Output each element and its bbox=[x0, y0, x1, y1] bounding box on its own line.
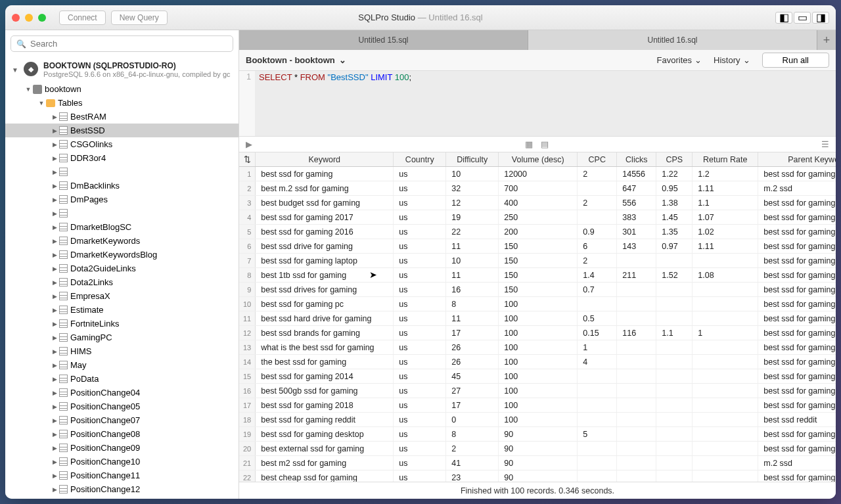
cell[interactable]: 556 bbox=[617, 196, 656, 210]
cell[interactable]: 10 bbox=[446, 167, 499, 181]
cell[interactable]: 1.38 bbox=[656, 196, 693, 210]
cell[interactable]: us bbox=[394, 384, 446, 398]
cell[interactable] bbox=[578, 369, 617, 384]
cell[interactable]: the best ssd for gaming bbox=[256, 355, 394, 369]
cell[interactable] bbox=[693, 283, 758, 297]
disclosure-icon[interactable]: ▶ bbox=[50, 431, 59, 438]
cell[interactable]: best ssd hard drive for gaming bbox=[256, 311, 394, 326]
column-header[interactable]: CPC bbox=[578, 152, 617, 167]
cell[interactable]: best ssd for gaming bbox=[758, 311, 836, 326]
cell[interactable] bbox=[656, 456, 693, 470]
cell[interactable]: 100 bbox=[499, 297, 578, 311]
cell[interactable] bbox=[693, 369, 758, 384]
cell[interactable]: us bbox=[394, 326, 446, 340]
tree-item[interactable]: ▶PositionChange14 bbox=[5, 496, 239, 499]
cell[interactable]: 10 bbox=[446, 254, 499, 268]
cell[interactable]: 1 bbox=[693, 326, 758, 340]
cell[interactable]: 2 bbox=[578, 167, 617, 181]
cell[interactable]: 1.22 bbox=[656, 167, 693, 181]
minimize-icon[interactable] bbox=[25, 14, 33, 22]
disclosure-icon[interactable]: ▶ bbox=[50, 362, 59, 369]
cell[interactable] bbox=[656, 340, 693, 355]
cell[interactable]: 150 bbox=[499, 268, 578, 283]
cell[interactable] bbox=[693, 384, 758, 398]
cell[interactable]: best m.2 ssd for gaming bbox=[256, 181, 394, 196]
disclosure-icon[interactable]: ▶ bbox=[50, 224, 59, 231]
cell[interactable]: us bbox=[394, 369, 446, 384]
zoom-icon[interactable] bbox=[38, 14, 46, 22]
tree-item[interactable]: ▶PoData bbox=[5, 372, 239, 386]
cell[interactable]: m.2 ssd bbox=[758, 456, 836, 470]
cell[interactable]: 400 bbox=[499, 196, 578, 210]
cell[interactable]: best ssd for gaming 2 bbox=[758, 369, 836, 384]
cell[interactable]: 0.95 bbox=[656, 181, 693, 196]
cell[interactable] bbox=[617, 297, 656, 311]
cell[interactable]: 26 bbox=[446, 355, 499, 369]
new-query-button[interactable]: New Query bbox=[111, 11, 168, 25]
column-header[interactable]: Country bbox=[394, 152, 446, 167]
panel-right-icon[interactable]: ◨ bbox=[812, 12, 829, 24]
cell[interactable]: best m2 ssd for gaming bbox=[256, 456, 394, 470]
disclosure-icon[interactable]: ▶ bbox=[50, 334, 59, 341]
cell[interactable]: 8 bbox=[446, 427, 499, 442]
cell[interactable]: 100 bbox=[499, 340, 578, 355]
cell[interactable]: best ssd for gaming bbox=[758, 239, 836, 254]
connect-button[interactable]: Connect bbox=[59, 11, 106, 25]
grid-view-icon[interactable]: ▦ bbox=[525, 139, 533, 149]
tree-item[interactable]: ▶DmarketBlogSC bbox=[5, 220, 239, 234]
disclosure-icon[interactable]: ▶ bbox=[50, 265, 59, 272]
cell[interactable] bbox=[617, 442, 656, 456]
table-row[interactable]: 7best ssd for gaming laptopus101502best … bbox=[239, 254, 836, 268]
table-row[interactable]: 14the best ssd for gamingus261004best ss… bbox=[239, 355, 836, 369]
cell[interactable] bbox=[617, 398, 656, 413]
disclosure-icon[interactable]: ▶ bbox=[50, 307, 59, 313]
cell[interactable]: best 1tb ssd for gaming bbox=[256, 268, 394, 283]
cell[interactable] bbox=[578, 456, 617, 470]
cell[interactable]: 200 bbox=[499, 225, 578, 239]
cell[interactable] bbox=[693, 311, 758, 326]
cell[interactable] bbox=[617, 369, 656, 384]
cell[interactable]: best external ssd for gaming bbox=[256, 442, 394, 456]
tree-item[interactable]: ▶PositionChange07 bbox=[5, 413, 239, 427]
cell[interactable] bbox=[617, 355, 656, 369]
cell[interactable] bbox=[693, 427, 758, 442]
cell[interactable]: 32 bbox=[446, 181, 499, 196]
tree-item[interactable]: ▶PositionChange04 bbox=[5, 386, 239, 400]
cell[interactable]: best ssd for gaming bbox=[758, 427, 836, 442]
cell[interactable] bbox=[693, 297, 758, 311]
column-header[interactable]: Difficulty bbox=[446, 152, 499, 167]
cell[interactable]: 700 bbox=[499, 181, 578, 196]
cell[interactable]: 2 bbox=[446, 442, 499, 456]
cell[interactable]: 0.5 bbox=[578, 311, 617, 326]
cell[interactable]: 0 bbox=[446, 413, 499, 427]
cell[interactable]: 11 bbox=[446, 239, 499, 254]
cell[interactable] bbox=[617, 311, 656, 326]
sql-editor[interactable]: 1 SELECT * FROM "BestSSD" LIMIT 100; bbox=[239, 71, 836, 137]
cell[interactable]: 27 bbox=[446, 384, 499, 398]
cell[interactable] bbox=[656, 442, 693, 456]
cell[interactable]: 11 bbox=[446, 311, 499, 326]
table-row[interactable]: 19best ssd for gaming desktopus8905best … bbox=[239, 427, 836, 442]
tree-item[interactable]: ▶BestRAM bbox=[5, 110, 239, 124]
cell[interactable]: 1.35 bbox=[656, 225, 693, 239]
cell[interactable]: 0.7 bbox=[578, 283, 617, 297]
database-selector[interactable]: Booktown - booktown ⌄ bbox=[246, 55, 346, 65]
table-row[interactable]: 5best ssd for gaming 2016us222000.93011.… bbox=[239, 225, 836, 239]
disclosure-icon[interactable]: ▼ bbox=[24, 86, 33, 93]
cell[interactable] bbox=[656, 413, 693, 427]
cell[interactable]: 1 bbox=[578, 340, 617, 355]
tree-item[interactable]: ▶May bbox=[5, 358, 239, 372]
cell[interactable] bbox=[578, 181, 617, 196]
cell[interactable]: 0.97 bbox=[656, 239, 693, 254]
cell[interactable] bbox=[578, 413, 617, 427]
cell[interactable]: 100 bbox=[499, 384, 578, 398]
history-button[interactable]: History ⌄ bbox=[714, 55, 750, 65]
cell[interactable] bbox=[693, 254, 758, 268]
search-field[interactable]: 🔍 bbox=[11, 35, 233, 52]
disclosure-icon[interactable]: ▶ bbox=[50, 127, 59, 134]
cell[interactable]: 143 bbox=[617, 239, 656, 254]
column-header[interactable]: Clicks bbox=[617, 152, 656, 167]
cell[interactable]: 11 bbox=[446, 268, 499, 283]
table-row[interactable]: 17best ssd for gaming 2018us17100best ss… bbox=[239, 398, 836, 413]
tree-item[interactable]: ▶Dota2Links bbox=[5, 275, 239, 289]
